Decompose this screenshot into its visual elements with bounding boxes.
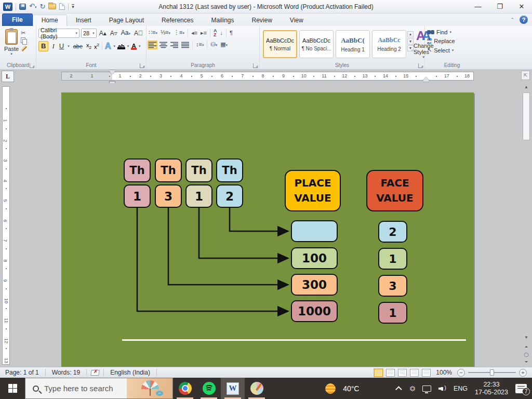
weather-icon[interactable]: [325, 383, 336, 394]
proofing-icon[interactable]: [90, 370, 100, 376]
vertical-ruler[interactable]: 12345678910111213: [2, 86, 10, 365]
font-size-combo[interactable]: 28▾: [81, 29, 97, 38]
superscript-button[interactable]: x2: [94, 43, 99, 50]
format-painter-icon[interactable]: [21, 45, 27, 51]
tab-insert[interactable]: Insert: [67, 15, 100, 26]
document-page[interactable]: Th Th Th Th 1 3 1 2 PLACE VALUE FACE VAL…: [61, 92, 474, 367]
style-heading2[interactable]: AaBbCc Heading 2: [372, 30, 406, 58]
taskbar-spotify-icon[interactable]: [197, 378, 221, 399]
replace-button[interactable]: abac Replace: [427, 37, 477, 45]
styles-more-icon[interactable]: ▼̲: [407, 45, 414, 51]
taskbar-word-icon[interactable]: W: [221, 378, 245, 399]
tray-app-icon[interactable]: ⏣: [409, 385, 415, 392]
input-language[interactable]: ENG: [454, 385, 468, 392]
styles-dialog-launcher[interactable]: [418, 63, 423, 68]
borders-icon[interactable]: ▦▾: [220, 40, 228, 49]
horizontal-ruler[interactable]: 211234567891011121314151718: [61, 72, 474, 81]
fullscreen-reading-view-icon[interactable]: [386, 369, 395, 377]
tray-expand-icon[interactable]: [395, 386, 402, 393]
zoom-out-icon[interactable]: −: [457, 369, 465, 377]
paste-button[interactable]: Paste ▾: [2, 28, 21, 61]
bullets-icon[interactable]: ∷≡▾: [149, 28, 157, 37]
ruler-toggle-icon[interactable]: ⇱: [521, 71, 530, 80]
next-page-icon[interactable]: ⏷: [522, 358, 530, 366]
taskbar-chrome-icon[interactable]: [173, 378, 197, 399]
highlight-color-icon[interactable]: ab: [118, 43, 125, 49]
paste-dropdown-icon[interactable]: ▾: [10, 52, 12, 56]
tab-view[interactable]: View: [281, 15, 312, 26]
language-status[interactable]: English (India): [108, 369, 152, 376]
zoom-level[interactable]: 100%: [434, 369, 454, 376]
minimize-button[interactable]: —: [471, 2, 485, 11]
scroll-down-icon[interactable]: ▼: [522, 334, 530, 342]
style-normal[interactable]: AaBbCcDc ¶ Normal: [263, 30, 297, 58]
taskbar-paint-icon[interactable]: [245, 378, 269, 399]
paragraph-dialog-launcher[interactable]: [253, 63, 258, 68]
draft-view-icon[interactable]: [422, 369, 431, 377]
line-spacing-icon[interactable]: ↕≡▾: [196, 40, 204, 49]
scroll-up-icon[interactable]: ▲: [522, 83, 530, 91]
clock[interactable]: 22:33 17-05-2023: [475, 381, 508, 396]
web-layout-view-icon[interactable]: [398, 369, 407, 377]
grow-font-icon[interactable]: A▴: [98, 29, 108, 38]
align-left-icon[interactable]: [149, 42, 156, 48]
style-no-spacing[interactable]: AaBbCcDc ¶ No Spaci...: [299, 30, 334, 58]
copy-icon[interactable]: [21, 37, 26, 44]
shrink-font-icon[interactable]: A▿: [109, 29, 118, 38]
close-button[interactable]: ✕: [514, 2, 529, 11]
notification-center-icon[interactable]: 7: [515, 384, 527, 393]
font-name-combo[interactable]: Calibri (Body)▾: [38, 29, 79, 38]
tab-references[interactable]: References: [153, 15, 202, 26]
zoom-slider[interactable]: [468, 372, 516, 373]
style-heading1[interactable]: AaBbC( Heading 1: [336, 30, 370, 58]
restore-button[interactable]: ❐: [493, 2, 507, 11]
network-icon[interactable]: [422, 385, 431, 392]
tab-stop-selector[interactable]: L: [2, 71, 14, 82]
italic-button[interactable]: I: [51, 42, 55, 51]
show-hide-pilcrow-icon[interactable]: ¶: [230, 29, 233, 37]
vertical-scrollbar[interactable]: ▲ ▼ ⏶ ◯ ⏷: [522, 83, 531, 367]
bold-button[interactable]: B: [38, 41, 48, 51]
collapse-ribbon-icon[interactable]: ⌃: [510, 17, 514, 22]
tab-review[interactable]: Review: [243, 15, 281, 26]
scrollbar-thumb[interactable]: [523, 92, 530, 140]
subscript-button[interactable]: x2: [86, 42, 91, 50]
align-center-icon[interactable]: [159, 42, 167, 48]
find-button[interactable]: Find▾: [427, 29, 477, 35]
tab-home[interactable]: Home: [33, 15, 67, 26]
multilevel-list-icon[interactable]: ⋮≡▾: [174, 28, 184, 37]
text-effects-icon[interactable]: A: [105, 42, 111, 51]
previous-page-icon[interactable]: ⏶: [522, 343, 530, 351]
zoom-in-icon[interactable]: +: [519, 369, 527, 377]
outline-view-icon[interactable]: [410, 369, 419, 377]
styles-scroll-down-icon[interactable]: ▼: [407, 38, 414, 45]
print-layout-view-icon[interactable]: [374, 369, 383, 377]
tab-page-layout[interactable]: Page Layout: [100, 15, 153, 26]
select-button[interactable]: ↖ Select▾: [427, 47, 477, 54]
increase-indent-icon[interactable]: ▸≡: [201, 29, 207, 37]
taskbar-search[interactable]: Type here to search: [25, 378, 173, 399]
clipboard-dialog-launcher[interactable]: [30, 63, 34, 68]
tab-file[interactable]: File: [2, 14, 33, 26]
help-button[interactable]: ?: [520, 16, 528, 24]
tab-mailings[interactable]: Mailings: [202, 15, 243, 26]
start-button[interactable]: [0, 378, 25, 399]
sort-icon[interactable]: AZ: [214, 29, 217, 37]
decrease-indent-icon[interactable]: ◂≡: [191, 29, 197, 37]
styles-scroll-up-icon[interactable]: ▲: [407, 31, 414, 37]
change-case-icon[interactable]: Aa▾: [120, 28, 131, 38]
font-color-icon[interactable]: A: [131, 43, 136, 50]
underline-button[interactable]: U: [58, 42, 65, 51]
cut-icon[interactable]: ✂: [21, 30, 27, 36]
zoom-slider-thumb[interactable]: [490, 369, 494, 376]
page-count[interactable]: Page: 1 of 1: [3, 369, 41, 376]
volume-icon[interactable]: [438, 385, 446, 392]
shading-icon[interactable]: ⛁▾: [210, 40, 217, 49]
clear-formatting-icon[interactable]: A⃠: [133, 29, 144, 38]
strikethrough-button[interactable]: abe: [72, 42, 84, 51]
temperature[interactable]: 40°C: [343, 384, 359, 393]
right-indent-marker[interactable]: [422, 73, 430, 82]
numbering-icon[interactable]: ⅓≡▾: [161, 28, 170, 37]
align-right-icon[interactable]: [170, 42, 178, 48]
font-dialog-launcher[interactable]: [140, 63, 144, 68]
